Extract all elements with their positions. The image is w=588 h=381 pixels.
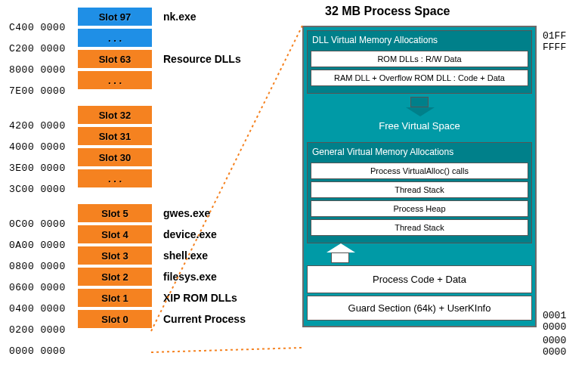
- rom-dlls-box: ROM DLLs : R/W Data: [311, 51, 528, 67]
- diagram-title: 32 MB Process Space: [325, 5, 450, 18]
- slot-box: Slot 30: [77, 147, 153, 167]
- slot-box: Slot 5: [77, 203, 153, 223]
- address-label: 0600 0000: [9, 282, 77, 293]
- slot-box: Slot 97: [77, 7, 153, 26]
- dll-group-title: DLL Virtual Memory Allocations: [311, 33, 528, 48]
- address-label: 4000 0000: [9, 141, 77, 153]
- slot-box: Slot 2: [77, 267, 153, 287]
- slot-column: C400 0000Slot 97nk.exeC200 0000. . .8000…: [9, 6, 296, 351]
- general-allocations-group: General Virtual Memory Allocations Proce…: [307, 142, 532, 243]
- address-label: C200 0000: [9, 43, 77, 54]
- slot-box: . . .: [77, 169, 153, 188]
- dll-allocations-group: DLL Virtual Memory Allocations ROM DLLs …: [307, 30, 532, 94]
- address-label: 3C00 0000: [9, 184, 77, 195]
- slot-description: Resource DLLs: [163, 53, 241, 65]
- right-address-top: 01FF FFFF: [543, 30, 588, 53]
- slot-row: 0C00 0000Slot 5gwes.exe: [9, 203, 296, 224]
- virtualalloc-box: Process VirtualAlloc() calls: [311, 163, 528, 179]
- address-label: 0800 0000: [9, 261, 77, 272]
- address-label: 0400 0000: [9, 303, 77, 314]
- slot-box: Slot 32: [77, 105, 153, 125]
- slot-description: Current Process: [163, 313, 246, 325]
- slot-description: XIP ROM DLLs: [163, 292, 237, 304]
- slot-description: shell.exe: [163, 249, 208, 262]
- arrow-down-icon: [410, 97, 429, 107]
- address-label: 0200 0000: [9, 324, 77, 336]
- slot-box: Slot 63: [77, 49, 153, 69]
- address-label: 4200 0000: [9, 120, 77, 132]
- slot-row: 4200 0000Slot 32: [9, 104, 296, 125]
- process-space-panel: DLL Virtual Memory Allocations ROM DLLs …: [302, 26, 537, 327]
- address-label: 7E00 0000: [9, 85, 77, 97]
- right-address-mid: 0001 0000: [543, 310, 588, 333]
- thread-stack-box-1: Thread Stack: [311, 181, 528, 198]
- address-label: 0C00 0000: [9, 218, 77, 230]
- process-heap-box: Process Heap: [311, 200, 528, 217]
- right-address-bottom: 0000 0000: [543, 335, 588, 357]
- slot-description: nk.exe: [163, 11, 197, 23]
- slot-description: device.exe: [163, 228, 217, 240]
- slot-box: . . .: [77, 70, 153, 90]
- address-label: 0A00 0000: [9, 240, 77, 251]
- general-group-title: General Virtual Memory Allocations: [311, 145, 528, 160]
- slot-description: gwes.exe: [163, 207, 210, 219]
- thread-stack-box-2: Thread Stack: [311, 219, 528, 236]
- slot-box: . . .: [77, 28, 153, 48]
- address-label: 0000 0000: [9, 345, 77, 357]
- address-label: 8000 0000: [9, 64, 77, 76]
- slot-box: Slot 1: [77, 288, 153, 308]
- slot-row: C400 0000Slot 97nk.exe: [9, 6, 296, 27]
- address-label: C400 0000: [9, 22, 77, 33]
- slot-box: Slot 4: [77, 225, 153, 244]
- slot-box: Slot 31: [77, 126, 153, 146]
- address-label: 3E00 0000: [9, 163, 77, 174]
- slot-description: filesys.exe: [163, 271, 217, 283]
- process-code-box: Process Code + Data: [307, 265, 532, 293]
- arrow-up-icon: [331, 252, 349, 263]
- ram-dll-box: RAM DLL + Overflow ROM DLL : Code + Data: [311, 70, 528, 86]
- guard-section-box: Guard Section (64k) + UserKInfo: [307, 296, 532, 321]
- slot-box: Slot 3: [77, 246, 153, 265]
- slot-box: Slot 0: [77, 309, 153, 329]
